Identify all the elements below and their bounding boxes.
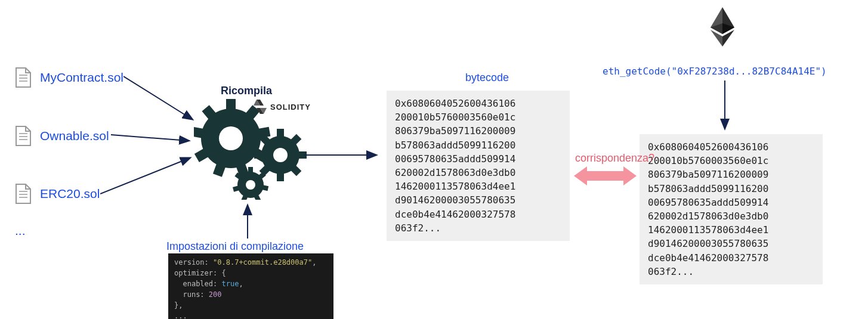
svg-rect-19	[226, 99, 236, 111]
svg-line-12	[111, 135, 189, 141]
match-label: corrispondenza?	[575, 152, 654, 165]
onchain-bytecode: 0x6080604052600436106 200010b5760003560e…	[640, 134, 823, 284]
code-line: },	[174, 300, 328, 311]
code-val: true	[221, 280, 239, 288]
code-val: "0.8.7+commit.e28d00a7"	[213, 258, 312, 267]
code-key: enabled:	[183, 280, 217, 288]
file-item: MyContract.sol	[15, 67, 123, 88]
ethereum-icon	[710, 7, 735, 47]
svg-point-21	[273, 148, 288, 162]
file-icon	[15, 67, 32, 88]
file-label: MyContract.sol	[40, 70, 123, 85]
eth-getcode-call: eth_getCode("0xF287238d...82B7C84A14E")	[603, 66, 827, 77]
file-label: Ownable.sol	[40, 129, 109, 143]
bytecode-label: bytecode	[465, 72, 509, 84]
file-icon	[15, 125, 32, 147]
recompile-label: Ricompila	[221, 85, 272, 97]
svg-line-10	[123, 76, 192, 119]
files-ellipsis: ...	[15, 224, 26, 238]
svg-point-18	[219, 126, 243, 150]
solidity-icon	[254, 98, 267, 115]
arrow-line	[239, 203, 257, 244]
eth-call-arg: ("0xF287238d...82B7C84A14E")	[666, 66, 827, 77]
arrow-line	[100, 155, 196, 200]
settings-code: version: "0.8.7+commit.e28d00a7", optimi…	[168, 253, 333, 319]
arrow-line	[123, 72, 198, 125]
code-val: 200	[209, 290, 222, 299]
compare-arrow-icon	[574, 164, 637, 188]
arrow-line	[716, 80, 734, 134]
code-line: ...	[174, 311, 328, 319]
svg-rect-22	[277, 129, 284, 138]
file-item: ERC20.sol	[15, 183, 100, 205]
bytecode-output: 0x6080604052600436106 200010b5760003560e…	[387, 91, 570, 241]
file-label: ERC20.sol	[40, 187, 100, 201]
arrow-line	[304, 149, 382, 161]
code-key: version:	[174, 258, 209, 267]
code-line: optimizer: {	[174, 268, 328, 278]
file-item: Ownable.sol	[15, 125, 109, 147]
settings-label: Impostazioni di compilazione	[166, 240, 304, 253]
code-key: runs:	[183, 290, 204, 299]
svg-marker-40	[574, 166, 637, 185]
arrow-line	[111, 129, 194, 147]
svg-point-24	[246, 180, 255, 190]
solidity-text: SOLIDITY	[270, 103, 311, 112]
solidity-badge: SOLIDITY	[254, 98, 311, 115]
eth-call-fn: eth_getCode	[603, 66, 666, 77]
file-icon	[15, 183, 32, 205]
svg-line-14	[100, 158, 190, 194]
svg-rect-25	[248, 167, 253, 174]
